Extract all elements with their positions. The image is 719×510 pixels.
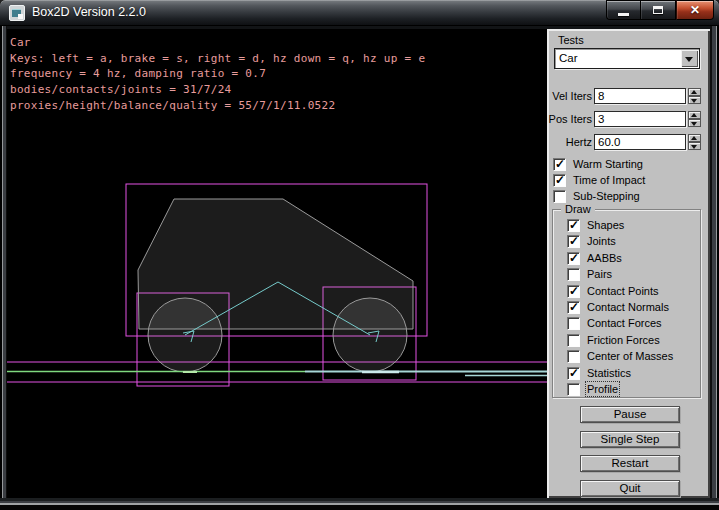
joints-checkbox[interactable]: ✓ bbox=[567, 235, 580, 248]
spinner-up-button[interactable] bbox=[688, 134, 701, 142]
frame-bottom-edge bbox=[0, 498, 719, 510]
spinner-stepper bbox=[688, 111, 701, 128]
spinner-label: Pos Iters bbox=[547, 113, 592, 125]
tests-dropdown[interactable]: Car bbox=[554, 48, 700, 69]
stats-text: Car Keys: left = a, brake = s, right = d… bbox=[10, 35, 425, 114]
hertz-input[interactable]: 60.0 bbox=[594, 134, 686, 150]
spinner-stepper bbox=[688, 88, 701, 105]
chevron-down-icon bbox=[685, 57, 693, 66]
maximize-button[interactable] bbox=[640, 0, 676, 20]
tests-label: Tests bbox=[558, 34, 584, 46]
friction-forces-checkbox[interactable] bbox=[567, 334, 580, 347]
tests-selected-value: Car bbox=[559, 52, 578, 64]
draw-group: Draw ✓Shapes✓Joints✓AABBsPairs✓Contact P… bbox=[552, 209, 701, 398]
contact-forces-checkbox[interactable] bbox=[567, 317, 580, 330]
statistics-checkbox[interactable]: ✓ bbox=[567, 367, 580, 380]
app-icon bbox=[9, 5, 25, 21]
checkbox-label: Sub-Stepping bbox=[573, 190, 640, 202]
spinner-down-button[interactable] bbox=[688, 96, 701, 104]
maximize-icon bbox=[653, 6, 663, 14]
checkbox-label: Center of Masses bbox=[587, 350, 673, 362]
checkbox-label: Warm Starting bbox=[573, 158, 643, 170]
minimize-icon bbox=[618, 13, 629, 16]
tests-dropdown-arrow-button[interactable] bbox=[681, 50, 698, 67]
spinner-down-button[interactable] bbox=[688, 142, 701, 150]
single-step-button[interactable]: Single Step bbox=[580, 431, 680, 448]
checkmark-icon: ✓ bbox=[569, 251, 579, 265]
spinner-up-button[interactable] bbox=[688, 88, 701, 96]
close-icon: ✕ bbox=[677, 3, 713, 17]
draw-group-label: Draw bbox=[561, 203, 595, 215]
checkmark-icon: ✓ bbox=[569, 284, 579, 298]
checkbox-label: Contact Normals bbox=[587, 301, 669, 313]
profile-checkbox[interactable] bbox=[567, 383, 580, 396]
checkbox-label: Contact Forces bbox=[587, 317, 662, 329]
checkbox-label: Time of Impact bbox=[573, 174, 645, 186]
checkbox-label: Joints bbox=[587, 235, 616, 247]
time-of-impact-checkbox[interactable]: ✓ bbox=[553, 174, 566, 187]
vel-iters-input[interactable]: 8 bbox=[594, 88, 686, 104]
chevron-down-icon bbox=[691, 99, 697, 103]
pause-button[interactable]: Pause bbox=[580, 406, 680, 423]
spinner-row-vel-iters: Vel Iters8 bbox=[547, 88, 710, 105]
chevron-up-icon bbox=[691, 113, 697, 117]
window-title: Box2D Version 2.2.0 bbox=[32, 0, 146, 26]
sub-stepping-checkbox[interactable] bbox=[553, 190, 566, 203]
spinner-label: Hertz bbox=[547, 136, 592, 148]
checkbox-label: Pairs bbox=[587, 268, 612, 280]
checkmark-icon: ✓ bbox=[569, 218, 579, 232]
contact-points-checkbox[interactable]: ✓ bbox=[567, 285, 580, 298]
checkbox-label: Profile bbox=[587, 383, 618, 395]
control-panel: Tests Car Vel Iters8Pos Iters3Hertz60.0 … bbox=[547, 29, 710, 498]
spinner-down-button[interactable] bbox=[688, 119, 701, 127]
aabbs-checkbox[interactable]: ✓ bbox=[567, 252, 580, 265]
pairs-checkbox[interactable] bbox=[567, 268, 580, 281]
spinner-value: 60.0 bbox=[598, 136, 620, 148]
spinner-value: 3 bbox=[598, 113, 604, 125]
frame-left-edge bbox=[0, 26, 7, 498]
chevron-up-icon bbox=[691, 90, 697, 94]
checkbox-label: AABBs bbox=[587, 252, 622, 264]
checkbox-label: Shapes bbox=[587, 219, 624, 231]
chevron-up-icon bbox=[691, 136, 697, 140]
checkmark-icon: ✓ bbox=[555, 157, 565, 171]
checkbox-label: Statistics bbox=[587, 367, 631, 379]
title-bar[interactable]: Box2D Version 2.2.0 ✕ bbox=[0, 0, 719, 26]
contact-normals-checkbox[interactable]: ✓ bbox=[567, 301, 580, 314]
spinner-value: 8 bbox=[598, 90, 604, 102]
physics-canvas[interactable]: Car Keys: left = a, brake = s, right = d… bbox=[7, 29, 547, 498]
checkmark-icon: ✓ bbox=[569, 234, 579, 248]
caption-buttons: ✕ bbox=[606, 0, 714, 20]
warm-starting-checkbox[interactable]: ✓ bbox=[553, 158, 566, 171]
app-window: Box2D Version 2.2.0 ✕ Car Keys: left = a… bbox=[0, 0, 719, 510]
quit-button[interactable]: Quit bbox=[580, 480, 680, 497]
center-of-masses-checkbox[interactable] bbox=[567, 350, 580, 363]
checkmark-icon: ✓ bbox=[555, 173, 565, 187]
app-icon-corner bbox=[18, 14, 23, 19]
close-button[interactable]: ✕ bbox=[676, 0, 714, 20]
checkmark-icon: ✓ bbox=[569, 366, 579, 380]
chevron-down-icon bbox=[691, 145, 697, 149]
pos-iters-input[interactable]: 3 bbox=[594, 111, 686, 127]
spinner-row-pos-iters: Pos Iters3 bbox=[547, 111, 710, 128]
spinner-row-hertz: Hertz60.0 bbox=[547, 134, 710, 151]
restart-button[interactable]: Restart bbox=[580, 455, 680, 472]
spinner-stepper bbox=[688, 134, 701, 151]
frame-right-edge bbox=[710, 26, 719, 498]
checkbox-label: Contact Points bbox=[587, 285, 659, 297]
chevron-down-icon bbox=[691, 122, 697, 126]
minimize-button[interactable] bbox=[606, 0, 640, 20]
checkbox-label: Friction Forces bbox=[587, 334, 660, 346]
shapes-checkbox[interactable]: ✓ bbox=[567, 219, 580, 232]
spinner-label: Vel Iters bbox=[547, 90, 592, 102]
checkmark-icon: ✓ bbox=[569, 300, 579, 314]
spinner-up-button[interactable] bbox=[688, 111, 701, 119]
